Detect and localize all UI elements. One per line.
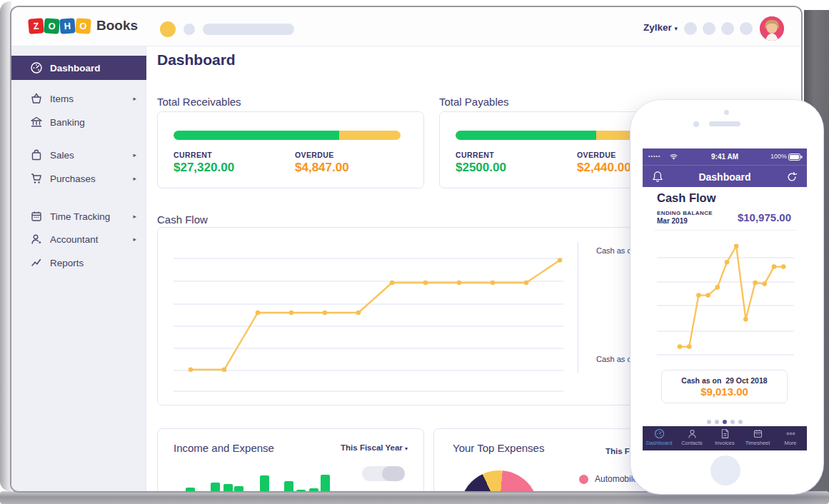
sidebar-item-label: Sales — [50, 150, 74, 161]
income-expense-bar — [284, 481, 293, 493]
refresh-icon[interactable] — [786, 171, 798, 183]
cash-as-on-prefix: Cash as on — [681, 376, 721, 385]
phone-home-button[interactable] — [710, 455, 740, 485]
income-expense-bar-chart — [158, 429, 423, 493]
topbar-icon-button-1[interactable] — [684, 22, 697, 35]
ending-balance-period: Mar 2019 — [657, 217, 688, 225]
phone-cashflow-line-chart — [654, 231, 797, 361]
topbar-icon-button-3[interactable] — [721, 22, 734, 35]
payables-current-label: CURRENT — [456, 151, 494, 159]
sidebar-item-label: Accountant — [50, 234, 99, 245]
tab-contacts[interactable]: Contacts — [675, 426, 708, 450]
logo-wordmark: Books — [96, 18, 138, 34]
cashflow-section-title: Cash Flow — [157, 213, 208, 226]
sidebar-item-time-tracking[interactable]: Time Tracking ▸ — [11, 204, 146, 228]
sidebar-item-label: Banking — [50, 117, 85, 128]
tab-dashboard[interactable]: Dashboard — [643, 426, 675, 450]
income-expense-bar — [211, 483, 220, 493]
calendar-icon — [753, 428, 763, 439]
phone-mockup: ••••• 9:41 AM 100% Dashboard — [630, 100, 823, 494]
org-avatar-button[interactable] — [160, 21, 176, 37]
phone-screen: ••••• 9:41 AM 100% Dashboard — [643, 148, 807, 450]
receivables-overdue-label: OVERDUE — [295, 151, 334, 159]
income-expense-bar — [223, 484, 233, 493]
sidebar-item-sales[interactable]: Sales ▸ — [11, 143, 146, 167]
chevron-down-icon: ▾ — [675, 25, 678, 32]
phone-bottom-nav: Dashboard Contacts Inv — [643, 426, 807, 450]
avatar-face-graphic — [760, 16, 784, 41]
topbar-icon-button-4[interactable] — [740, 22, 753, 35]
sidebar-item-items[interactable]: Items ▸ — [11, 86, 146, 111]
basket-icon — [30, 92, 43, 105]
receivables-progress-bar — [174, 131, 401, 140]
legend-dot — [579, 475, 588, 484]
tab-invoices[interactable]: Invoices — [708, 426, 741, 450]
calendar-icon — [30, 210, 43, 223]
chevron-right-icon: ▸ — [133, 175, 136, 182]
carousel-pager — [643, 414, 807, 427]
income-expense-bar — [260, 475, 269, 493]
tab-label: Invoices — [708, 440, 741, 446]
ending-balance-label: ENDING BALANCE — [657, 210, 713, 216]
pager-dot[interactable] — [707, 420, 711, 424]
cash-as-on-date: 29 Oct 2018 — [725, 376, 767, 385]
receivables-overdue-value: $4,847.00 — [295, 161, 349, 175]
chevron-right-icon: ▸ — [133, 151, 136, 158]
sidebar-item-dashboard[interactable]: Dashboard — [11, 56, 146, 80]
receivables-current-value: $27,320.00 — [174, 161, 234, 175]
cash-as-on-text: Cash as on 29 Oct 2018 — [662, 376, 787, 385]
org-dropdown-label: Zylker — [643, 22, 672, 33]
sidebar-item-banking[interactable]: Banking — [11, 110, 146, 134]
income-expense-bar — [234, 486, 243, 493]
receivables-progress-fill — [174, 131, 339, 140]
pager-dot[interactable] — [715, 420, 719, 424]
tab-more[interactable]: More — [774, 426, 807, 450]
sidebar-item-label: Items — [50, 94, 74, 104]
cashflow-divider — [578, 242, 578, 373]
tab-label: Timesheet — [741, 440, 774, 446]
tab-timesheet[interactable]: Timesheet — [741, 426, 774, 450]
income-expense-bar — [186, 488, 195, 493]
cash-as-on-value: $9,013.00 — [662, 385, 787, 398]
phone-camera-dot — [724, 110, 729, 115]
income-expense-bar — [296, 490, 306, 493]
receivables-section-title: Total Receivables — [157, 96, 241, 108]
income-expense-bar — [321, 475, 330, 493]
battery-icon — [788, 153, 803, 161]
zoho-books-logo[interactable]: Z O H O Books — [29, 18, 138, 34]
trend-icon — [30, 256, 43, 269]
sidebar-item-purchases[interactable]: Purchases ▸ — [11, 166, 146, 191]
pager-dot[interactable] — [723, 420, 727, 424]
pager-dot[interactable] — [730, 420, 735, 424]
payables-section-title: Total Payables — [439, 96, 509, 108]
top-expenses-pie-chart — [460, 470, 538, 493]
topbar-icon-button[interactable] — [184, 24, 195, 35]
tab-label: Contacts — [675, 440, 708, 446]
phone-status-bar: ••••• 9:41 AM 100% — [643, 148, 807, 165]
income-expense-bar — [309, 488, 318, 493]
user-avatar[interactable] — [760, 16, 784, 41]
sidebar-item-accountant[interactable]: Accountant ▸ — [11, 227, 146, 251]
pager-dot[interactable] — [738, 420, 743, 424]
ending-balance-value: $10,975.00 — [738, 211, 791, 223]
phone-nav-bar: Dashboard — [643, 165, 807, 187]
sidebar-item-label: Time Tracking — [50, 211, 110, 222]
cashflow-line-chart — [166, 236, 578, 398]
topbar-icon-button-2[interactable] — [703, 22, 715, 35]
tab-label: Dashboard — [643, 440, 675, 446]
sidebar: Dashboard Items ▸ Banking — [11, 46, 146, 491]
page-title: Dashboard — [157, 51, 236, 69]
search-input[interactable] — [203, 24, 294, 35]
sidebar-item-reports[interactable]: Reports — [11, 251, 146, 275]
receivables-card: CURRENT $27,320.00 OVERDUE $4,847.00 — [157, 111, 424, 188]
chevron-right-icon: ▸ — [133, 95, 136, 102]
top-expenses-title: Your Top Expenses — [453, 442, 544, 454]
org-dropdown[interactable]: Zylker ▾ — [643, 22, 678, 33]
bag-icon — [30, 148, 43, 161]
divider — [654, 230, 797, 231]
payables-progress-fill — [456, 131, 596, 140]
chevron-right-icon: ▸ — [133, 213, 136, 220]
battery-percent: 100% — [770, 153, 787, 160]
document-icon — [720, 428, 730, 439]
chevron-right-icon: ▸ — [133, 236, 136, 243]
